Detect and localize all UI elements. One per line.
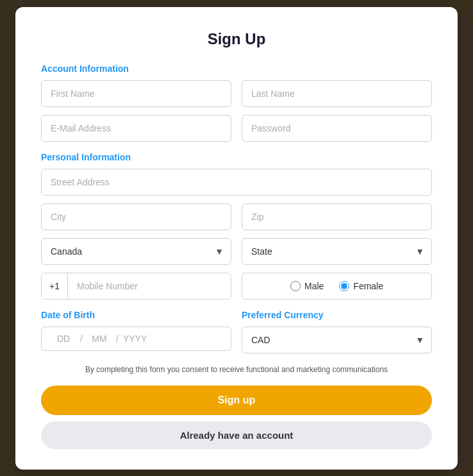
street-field[interactable] — [41, 169, 432, 196]
state-field[interactable]: State Ontario British Columbia Quebec ▼ — [242, 238, 432, 265]
zip-field[interactable] — [242, 203, 432, 230]
password-input[interactable] — [242, 115, 432, 142]
dob-dd-input[interactable] — [51, 334, 76, 344]
dob-yyyy-input[interactable] — [122, 334, 148, 344]
state-select[interactable]: State Ontario British Columbia Quebec — [242, 238, 432, 265]
dob-mm-input[interactable] — [87, 334, 112, 344]
consent-text: By completing this form you consent to r… — [41, 364, 432, 375]
last-name-field[interactable] — [242, 80, 432, 107]
zip-input[interactable] — [242, 203, 432, 230]
gender-male-radio[interactable] — [290, 281, 301, 291]
country-select[interactable]: Canada United States United Kingdom — [41, 238, 231, 265]
personal-section-label: Personal Information — [41, 152, 432, 162]
first-name-input[interactable] — [41, 80, 231, 107]
currency-label: Preferred Currency — [242, 310, 432, 320]
gender-male-label[interactable]: Male — [290, 281, 324, 291]
dob-label: Date of Birth — [41, 310, 231, 320]
gender-female-text: Female — [353, 281, 383, 291]
gender-female-radio[interactable] — [339, 281, 349, 291]
currency-field[interactable]: CAD USD EUR GBP ▼ — [242, 327, 432, 353]
gender-radio-group: Male Female — [242, 273, 432, 300]
account-section-label: Account Information — [41, 64, 432, 74]
dob-section: Date of Birth / / — [41, 310, 231, 353]
phone-prefix: +1 — [42, 273, 68, 299]
city-field[interactable] — [41, 203, 231, 230]
signup-button[interactable]: Sign up — [41, 386, 432, 415]
gender-field: Male Female — [242, 273, 432, 300]
dob-input-row: / / — [41, 327, 231, 351]
phone-row: +1 — [41, 273, 231, 300]
page-title: Sign Up — [41, 30, 432, 48]
first-name-field[interactable] — [41, 80, 231, 107]
country-field[interactable]: Canada United States United Kingdom ▼ — [41, 238, 231, 265]
phone-input[interactable] — [68, 273, 231, 299]
currency-select[interactable]: CAD USD EUR GBP — [242, 327, 432, 353]
street-input[interactable] — [41, 169, 432, 196]
login-button[interactable]: Already have an account — [41, 421, 432, 449]
dob-sep-1: / — [80, 334, 83, 344]
gender-female-label[interactable]: Female — [339, 281, 383, 291]
email-field[interactable] — [41, 115, 231, 142]
email-input[interactable] — [41, 115, 231, 142]
password-field[interactable] — [242, 115, 432, 142]
dob-sep-2: / — [116, 334, 119, 344]
last-name-input[interactable] — [242, 80, 432, 107]
phone-field[interactable]: +1 — [41, 273, 231, 300]
currency-section: Preferred Currency CAD USD EUR GBP ▼ — [242, 310, 432, 353]
city-input[interactable] — [41, 203, 231, 230]
signup-modal: Sign Up Account Information Personal Inf… — [15, 7, 458, 470]
gender-male-text: Male — [304, 281, 324, 291]
